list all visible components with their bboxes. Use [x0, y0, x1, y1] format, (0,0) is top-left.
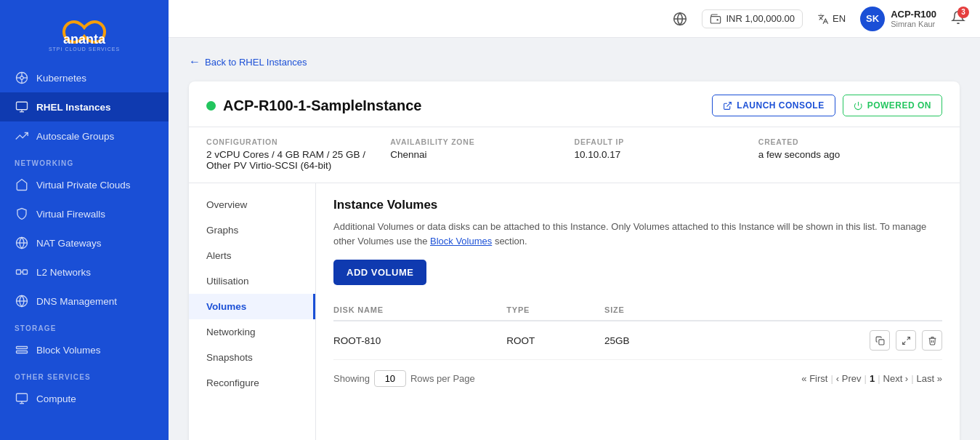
language-label: EN	[833, 13, 846, 24]
instance-actions: LAUNCH CONSOLE POWERED ON	[712, 95, 942, 116]
compute-icon	[15, 391, 29, 406]
sidebar-item-vpc[interactable]: Virtual Private Clouds	[0, 170, 169, 199]
sidebar-item-label: RHEL Instances	[36, 102, 111, 113]
l2-icon	[15, 265, 29, 279]
topbar: INR 1,00,000.00 EN SK ACP-R100 Simran Ka…	[169, 0, 980, 38]
pagination-row: Showing Rows per Page « First | ‹ Prev |…	[333, 370, 942, 387]
config-meta: CONFIGURATION 2 vCPU Cores / 4 GB RAM / …	[206, 137, 390, 171]
delete-button[interactable]	[922, 330, 942, 351]
globe-icon[interactable]	[673, 12, 687, 26]
svg-rect-13	[17, 270, 21, 274]
created-meta: CREATED a few seconds ago	[758, 137, 942, 171]
svg-line-31	[902, 341, 905, 344]
sidebar-item-label: Virtual Private Clouds	[36, 180, 131, 191]
col-size: SIZE	[604, 300, 691, 321]
back-link[interactable]: ← Back to RHEL Instances	[189, 55, 960, 68]
volumes-table: DISK NAME TYPE SIZE ROOT-810 ROOT 25GB	[333, 300, 942, 360]
disk-type-cell: ROOT	[506, 321, 604, 360]
svg-text:ananta: ananta	[63, 32, 106, 47]
created-value: a few seconds ago	[758, 149, 942, 160]
user-menu[interactable]: SK ACP-R100 Simran Kaur	[860, 7, 936, 31]
block-icon	[15, 343, 29, 357]
nav-volumes[interactable]: Volumes	[189, 294, 315, 319]
config-label: CONFIGURATION	[206, 137, 390, 146]
expand-button[interactable]	[896, 330, 916, 351]
sidebar-item-compute[interactable]: Compute	[0, 384, 169, 413]
balance-amount: INR 1,00,000.00	[726, 13, 795, 24]
instance-header: ACP-R100-1-SampleInstance LAUNCH CONSOLE…	[189, 81, 960, 127]
sidebar: ananta STPI CLOUD SERVICES Kubernetes RH…	[0, 0, 169, 440]
svg-rect-18	[17, 347, 28, 349]
svg-point-3	[20, 76, 24, 80]
showing-text: Showing	[333, 373, 370, 384]
add-volume-button[interactable]: ADD VOLUME	[333, 260, 426, 285]
created-label: CREATED	[758, 137, 942, 146]
notification-bell[interactable]: 3	[951, 10, 965, 28]
nav-alerts[interactable]: Alerts	[189, 243, 315, 268]
sidebar-item-label: Virtual Firewalls	[36, 209, 105, 220]
sidebar-item-label: DNS Management	[36, 296, 117, 307]
rhel-icon	[15, 100, 29, 114]
wallet-icon	[710, 13, 721, 25]
sidebar-item-rhel-instances[interactable]: RHEL Instances	[0, 92, 169, 121]
svg-line-30	[907, 337, 910, 340]
az-value: Chennai	[390, 149, 574, 160]
launch-console-button[interactable]: LAUNCH CONSOLE	[712, 95, 835, 116]
svg-rect-19	[17, 351, 28, 353]
az-meta: AVAILABILITY ZONE Chennai	[390, 137, 574, 171]
prev-page-button[interactable]: ‹ Prev	[836, 373, 862, 384]
next-page-button[interactable]: Next ›	[883, 373, 909, 384]
sidebar-item-label: Compute	[36, 393, 76, 404]
nav-snapshots[interactable]: Snapshots	[189, 345, 315, 370]
last-page-button[interactable]: Last »	[917, 373, 942, 384]
sidebar-item-kubernetes[interactable]: Kubernetes	[0, 63, 169, 92]
nav-utilisation[interactable]: Utilisation	[189, 268, 315, 294]
volumes-panel: Instance Volumes Additional Volumes or d…	[316, 183, 960, 440]
user-name: ACP-R100	[891, 9, 936, 20]
first-page-button[interactable]: « First	[801, 373, 827, 384]
instance-meta: CONFIGURATION 2 vCPU Cores / 4 GB RAM / …	[189, 127, 960, 183]
sidebar-item-dns[interactable]: DNS Management	[0, 287, 169, 316]
sidebar-item-label: Autoscale Groups	[36, 131, 114, 142]
sidebar-item-autoscale[interactable]: Autoscale Groups	[0, 121, 169, 151]
disk-size-cell: 25GB	[604, 321, 691, 360]
sidebar-item-label: NAT Gateways	[36, 238, 102, 249]
nav-overview[interactable]: Overview	[189, 192, 315, 217]
sidebar-item-block-volumes[interactable]: Block Volumes	[0, 335, 169, 364]
copy-button[interactable]	[870, 330, 890, 351]
avatar: SK	[860, 7, 885, 31]
status-dot	[206, 101, 216, 111]
sidebar-item-firewalls[interactable]: Virtual Firewalls	[0, 199, 169, 228]
svg-rect-20	[17, 393, 28, 401]
rows-per-page-input[interactable]	[374, 370, 406, 387]
sidebar-item-l2-networks[interactable]: L2 Networks	[0, 257, 169, 287]
svg-rect-25	[711, 16, 721, 23]
powered-on-button[interactable]: POWERED ON	[843, 95, 942, 116]
instance-nav: Overview Graphs Alerts Utilisation Volum…	[189, 183, 316, 440]
ip-label: DEFAULT IP	[575, 137, 758, 146]
nav-reconfigure[interactable]: Reconfigure	[189, 370, 315, 396]
dns-icon	[15, 294, 29, 308]
svg-point-26	[717, 19, 718, 20]
power-icon	[854, 101, 863, 111]
storage-section-label: STORAGE	[0, 316, 169, 335]
notification-count: 3	[957, 7, 969, 18]
powered-label: POWERED ON	[867, 100, 931, 111]
instance-name-row: ACP-R100-1-SampleInstance	[206, 97, 421, 114]
sidebar-item-nat-gateways[interactable]: NAT Gateways	[0, 228, 169, 257]
block-volumes-link[interactable]: Block Volumes	[430, 236, 492, 247]
instance-body: Overview Graphs Alerts Utilisation Volum…	[189, 183, 960, 440]
ip-value: 10.10.0.17	[575, 149, 758, 160]
svg-rect-29	[878, 339, 883, 344]
nav-graphs[interactable]: Graphs	[189, 217, 315, 243]
balance-display: INR 1,00,000.00	[702, 9, 803, 28]
instance-card: ACP-R100-1-SampleInstance LAUNCH CONSOLE…	[189, 81, 960, 440]
language-selector[interactable]: EN	[817, 13, 846, 25]
content-area: ← Back to RHEL Instances ACP-R100-1-Samp…	[169, 38, 980, 440]
back-link-text: Back to RHEL Instances	[205, 57, 307, 68]
svg-line-27	[727, 102, 732, 106]
sidebar-item-label: Kubernetes	[36, 73, 86, 84]
translate-icon	[817, 13, 829, 25]
nav-networking[interactable]: Networking	[189, 319, 315, 345]
launch-label: LAUNCH CONSOLE	[737, 100, 824, 111]
